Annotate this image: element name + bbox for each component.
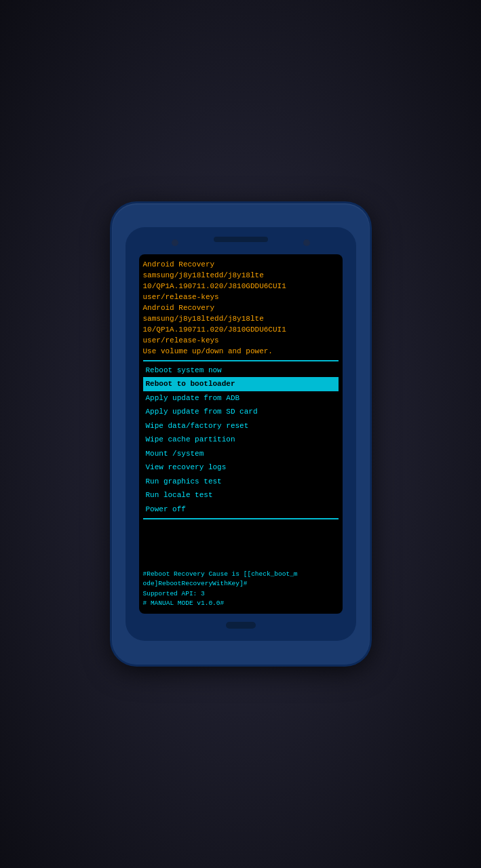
menu-item-3[interactable]: Apply update from SD card: [143, 405, 339, 419]
bottom-spacer: [143, 521, 339, 567]
bottom-info: #Reboot Recovery Cause is [[check_boot_m…: [143, 570, 339, 608]
menu-item-6[interactable]: Mount /system: [143, 447, 339, 461]
phone-inner: Android Recoverysamsung/j8y18ltedd/j8y18…: [126, 227, 356, 641]
menu-item-5[interactable]: Wipe cache partition: [143, 433, 339, 447]
home-button[interactable]: [226, 622, 256, 629]
info-block: Android Recoverysamsung/j8y18ltedd/j8y18…: [143, 260, 339, 357]
screen: Android Recoverysamsung/j8y18ltedd/j8y18…: [139, 254, 343, 614]
menu-item-8[interactable]: Run graphics test: [143, 475, 339, 489]
camera-dot-right: [303, 239, 310, 246]
menu-item-1[interactable]: Reboot to bootloader: [143, 377, 339, 391]
divider-top: [143, 360, 339, 361]
menu-item-4[interactable]: Wipe data/factory reset: [143, 419, 339, 433]
menu-item-0[interactable]: Reboot system now: [143, 363, 339, 378]
menu-container[interactable]: Reboot system nowReboot to bootloaderApp…: [143, 363, 339, 517]
camera-dot-left: [172, 239, 178, 246]
menu-item-7[interactable]: View recovery logs: [143, 460, 339, 475]
menu-item-10[interactable]: Power off: [143, 502, 339, 517]
phone-outer: Android Recoverysamsung/j8y18ltedd/j8y18…: [112, 203, 370, 665]
menu-item-9[interactable]: Run locale test: [143, 488, 339, 502]
divider-bottom: [143, 518, 339, 519]
menu-item-2[interactable]: Apply update from ADB: [143, 391, 339, 406]
